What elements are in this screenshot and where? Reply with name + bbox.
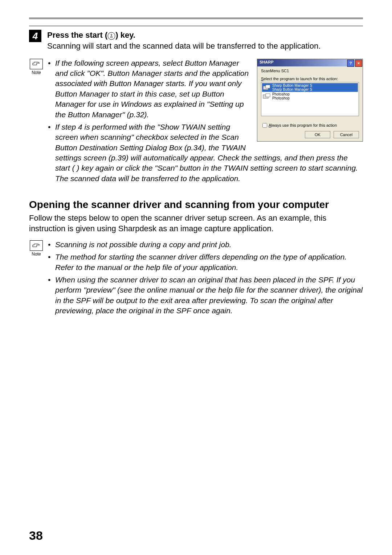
note-label-1: Note [29, 70, 44, 75]
step-title-post: ) key. [115, 30, 135, 40]
manual-page: 4 Press the start () key. Scanning will … [0, 0, 392, 555]
note-body-1: SHARP ? × ScanMenu SC1 SSelect the progr… [48, 58, 363, 186]
note2-bullet-list: Scanning is not possible during a copy a… [48, 240, 363, 316]
step-title: Press the start () key. [47, 30, 363, 40]
hand-pointing-icon [30, 240, 43, 251]
note1-bullet-1: If the following screen appears, select … [48, 58, 363, 120]
note-block-1: Note SHARP ? × ScanMenu SC1 SSelect the … [29, 58, 363, 186]
note2-bullet-1: Scanning is not possible during a copy a… [48, 240, 363, 250]
note1-bullet-2: If step 4 is performed with the "Show TW… [48, 122, 363, 184]
step-4-block: 4 Press the start () key. Scanning will … [29, 30, 363, 55]
note-body-2: Scanning is not possible during a copy a… [48, 240, 363, 318]
svg-point-1 [111, 34, 112, 35]
start-key-icon [107, 31, 115, 40]
note2-bullet-2: The method for starting the scanner driv… [48, 252, 363, 273]
top-accent-bar [29, 17, 363, 19]
section-title: Opening the scanner driver and scanning … [29, 198, 363, 211]
note-label-2: Note [29, 252, 44, 257]
note-icon-1: Note [29, 59, 44, 75]
hand-pointing-icon [30, 59, 43, 69]
step-number-badge: 4 [29, 30, 41, 42]
step-description: Scanning will start and the scanned data… [47, 41, 363, 52]
step-title-pre: Press the start ( [47, 30, 107, 40]
note-block-2: Note Scanning is not possible during a c… [29, 240, 363, 318]
horizontal-rule [29, 26, 363, 26]
step-body: Press the start () key. Scanning will st… [47, 30, 363, 55]
section-description: Follow the steps below to open the scann… [29, 213, 363, 234]
page-number: 38 [29, 529, 43, 543]
note2-bullet-3: When using the scanner driver to scan an… [48, 275, 363, 316]
note-icon-2: Note [29, 240, 44, 257]
svg-point-0 [108, 32, 115, 40]
